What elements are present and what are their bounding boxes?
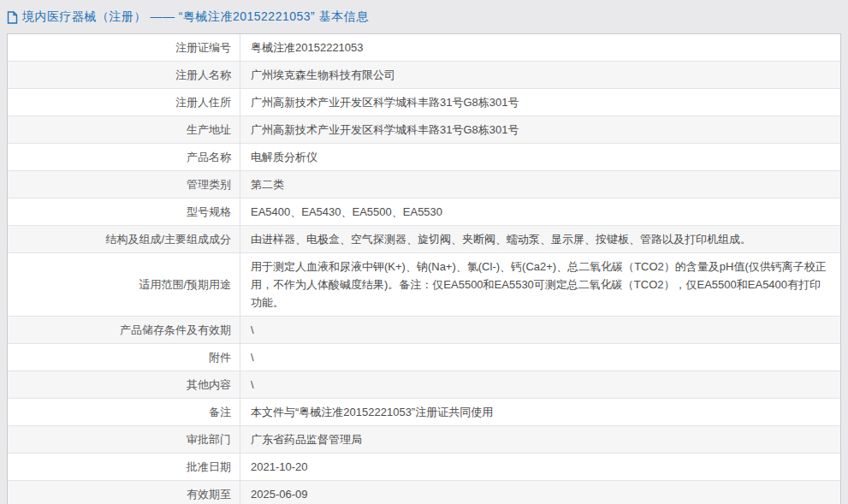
row-label: 注册人名称	[8, 62, 240, 88]
table-row: 生产地址 广州高新技术产业开发区科学城科丰路31号G8栋301号	[8, 116, 840, 144]
table-row: 注册人住所 广州高新技术产业开发区科学城科丰路31号G8栋301号	[8, 89, 840, 116]
table-row: 附件 \	[8, 344, 840, 371]
table-row: 有效期至 2025-06-09	[8, 481, 840, 504]
row-value: \	[240, 344, 840, 371]
row-label: 附件	[8, 344, 240, 371]
row-label: 注册人住所	[8, 89, 240, 116]
row-label: 有效期至	[8, 481, 240, 504]
table-row: 型号规格 EA5400、EA5430、EA5500、EA5530	[8, 199, 840, 226]
row-value: EA5400、EA5430、EA5500、EA5530	[240, 199, 840, 225]
row-value: \	[240, 317, 840, 343]
row-value: 广州埃克森生物科技有限公司	[240, 62, 840, 88]
table-row: 产品名称 电解质分析仪	[8, 144, 840, 171]
registration-info-table: 注册证编号 粤械注准20152221053 注册人名称 广州埃克森生物科技有限公…	[7, 33, 841, 504]
row-label: 注册证编号	[8, 34, 240, 61]
row-value: 2025-06-09	[240, 481, 840, 504]
table-row: 审批部门 广东省药品监督管理局	[8, 426, 840, 454]
document-icon	[7, 11, 18, 24]
row-value: 2021-10-20	[240, 454, 840, 480]
row-label: 产品储存条件及有效期	[8, 317, 240, 343]
row-label: 型号规格	[8, 199, 240, 225]
row-label: 产品名称	[8, 144, 240, 170]
row-value: 广州高新技术产业开发区科学城科丰路31号G8栋301号	[240, 116, 840, 143]
row-value: 广州高新技术产业开发区科学城科丰路31号G8栋301号	[240, 89, 840, 116]
table-row: 注册人名称 广州埃克森生物科技有限公司	[8, 62, 840, 89]
row-value: \	[240, 371, 840, 398]
row-value-text: 用于测定人血液和尿液中钾(K+)、钠(Na+)、氯(Cl-)、钙(Ca2+)、总…	[251, 258, 830, 311]
row-value: 第二类	[240, 171, 840, 198]
table-row: 批准日期 2021-10-20	[8, 454, 840, 481]
table-row: 管理类别 第二类	[8, 171, 840, 199]
row-label: 结构及组成/主要组成成分	[8, 226, 240, 252]
table-row: 其他内容 \	[8, 371, 840, 399]
table-row: 注册证编号 粤械注准20152221053	[8, 34, 840, 62]
row-label: 批准日期	[8, 454, 240, 480]
table-row: 产品储存条件及有效期 \	[8, 317, 840, 344]
row-value: 用于测定人血液和尿液中钾(K+)、钠(Na+)、氯(Cl-)、钙(Ca2+)、总…	[240, 253, 840, 316]
row-label: 备注	[8, 399, 240, 425]
row-value: 电解质分析仪	[240, 144, 840, 170]
row-value: 广东省药品监督管理局	[240, 426, 840, 453]
row-label: 生产地址	[8, 116, 240, 143]
page-title: 境内医疗器械（注册） —— “粤械注准20152221053” 基本信息	[22, 9, 369, 25]
table-row: 结构及组成/主要组成成分 由进样器、电极盒、空气探测器、旋切阀、夹断阀、蠕动泵、…	[8, 226, 840, 253]
row-label: 其他内容	[8, 371, 240, 398]
page-header: 境内医疗器械（注册） —— “粤械注准20152221053” 基本信息	[0, 0, 848, 33]
row-label: 管理类别	[8, 171, 240, 198]
row-label: 适用范围/预期用途	[8, 253, 240, 316]
table-row: 备注 本文件与“粤械注准20152221053”注册证共同使用	[8, 399, 840, 426]
row-value: 粤械注准20152221053	[240, 34, 840, 61]
table-row: 适用范围/预期用途 用于测定人血液和尿液中钾(K+)、钠(Na+)、氯(Cl-)…	[8, 253, 840, 317]
row-label: 审批部门	[8, 426, 240, 453]
row-value: 由进样器、电极盒、空气探测器、旋切阀、夹断阀、蠕动泵、显示屏、按键板、管路以及打…	[240, 226, 840, 252]
row-value: 本文件与“粤械注准20152221053”注册证共同使用	[240, 399, 840, 425]
